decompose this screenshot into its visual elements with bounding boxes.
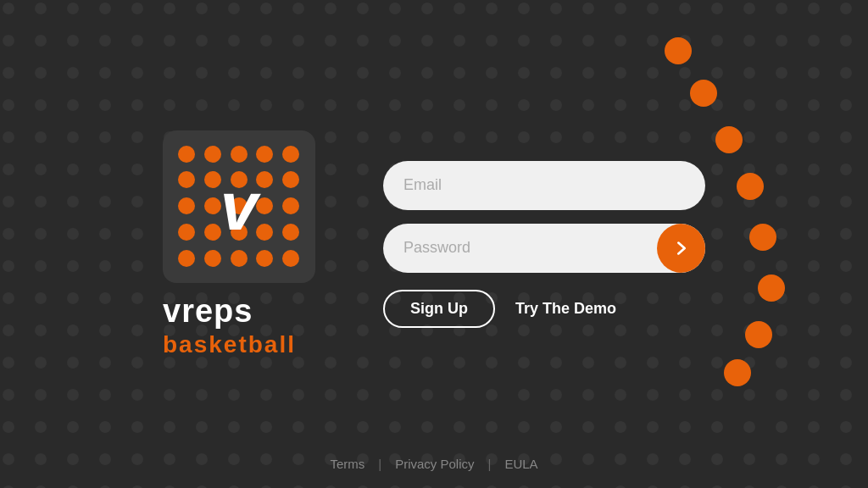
logo-dot [256, 250, 273, 267]
submit-button[interactable] [657, 224, 705, 273]
logo-section: v vreps basketball [163, 130, 315, 358]
terms-link[interactable]: Terms [330, 457, 364, 471]
logo-dot [256, 197, 273, 214]
signup-button[interactable]: Sign Up [383, 290, 495, 328]
brand-name: vreps [163, 293, 253, 330]
logo-dot [178, 224, 195, 241]
divider-2: | [488, 457, 492, 471]
password-row [383, 224, 705, 273]
email-input[interactable] [383, 161, 705, 210]
divider-1: | [378, 457, 381, 471]
logo-dot [256, 146, 273, 163]
brand-sub: basketball [163, 331, 296, 358]
eula-link[interactable]: EULA [504, 457, 537, 471]
logo-letter: v [220, 173, 259, 241]
logo-dot [204, 250, 221, 267]
logo-dot [204, 224, 221, 241]
logo-box: v [163, 130, 315, 283]
demo-link[interactable]: Try The Demo [515, 300, 616, 318]
form-section: Sign Up Try The Demo [383, 161, 705, 328]
content-area: v vreps basketball Sign Up Try The Demo [0, 130, 868, 358]
logo-dot [204, 171, 221, 188]
logo-dot [282, 250, 299, 267]
logo-dot [178, 171, 195, 188]
logo-dot [204, 146, 221, 163]
logo-dot [231, 146, 248, 163]
footer: Terms | Privacy Policy | EULA [0, 457, 868, 471]
chevron-right-icon [672, 239, 691, 258]
logo-dot [231, 250, 248, 267]
logo-dot [178, 197, 195, 214]
logo-dot [282, 197, 299, 214]
logo-dot [282, 224, 299, 241]
password-input[interactable] [383, 224, 657, 273]
privacy-link[interactable]: Privacy Policy [395, 457, 474, 471]
logo-dot [282, 171, 299, 188]
action-row: Sign Up Try The Demo [383, 290, 705, 328]
logo-dot [256, 171, 273, 188]
logo-dot [178, 146, 195, 163]
logo-dot [204, 197, 221, 214]
logo-dot [178, 250, 195, 267]
main-container: v vreps basketball Sign Up Try The Demo [0, 0, 868, 488]
logo-dot [282, 146, 299, 163]
logo-dot [256, 224, 273, 241]
